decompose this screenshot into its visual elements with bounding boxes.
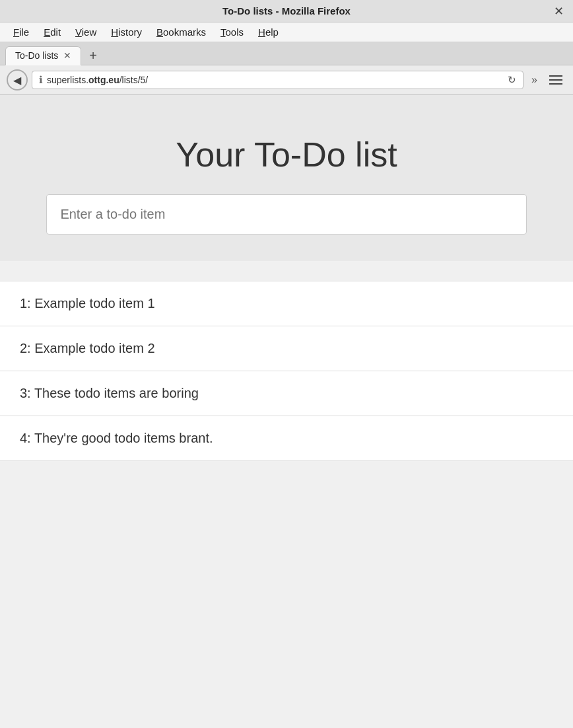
menu-bar-line-3 — [549, 83, 562, 85]
url-text: superlists.ottg.eu/lists/5/ — [47, 75, 504, 85]
back-icon: ◀ — [13, 74, 21, 87]
list-item: 4: They're good todo items brant. — [0, 416, 573, 461]
menu-tools[interactable]: Tools — [214, 25, 250, 39]
menu-bookmarks[interactable]: Bookmarks — [150, 25, 213, 39]
menu-bar-line-2 — [549, 79, 562, 81]
menu-history[interactable]: History — [104, 25, 149, 39]
back-button[interactable]: ◀ — [7, 69, 28, 91]
hero-section: Your To-Do list — [0, 95, 573, 261]
close-button[interactable]: ✕ — [554, 4, 564, 18]
more-tools-icon[interactable]: » — [527, 71, 541, 89]
tab-bar: To-Do lists ✕ + — [0, 42, 573, 65]
menu-view[interactable]: View — [69, 25, 103, 39]
menu-edit[interactable]: Edit — [37, 25, 67, 39]
list-item: 2: Example todo item 2 — [0, 326, 573, 371]
list-item: 1: Example todo item 1 — [0, 281, 573, 326]
tab-label: To-Do lists — [15, 50, 58, 61]
window-title: To-Do lists - Mozilla Firefox — [222, 5, 351, 17]
menu-bar-line-1 — [549, 75, 562, 77]
new-tab-button[interactable]: + — [84, 46, 102, 65]
menu-file[interactable]: File — [7, 25, 36, 39]
todo-list: 1: Example todo item 1 2: Example todo i… — [0, 281, 573, 461]
info-icon: ℹ — [39, 74, 43, 86]
list-item: 3: These todo items are boring — [0, 371, 573, 416]
menu-bar: File Edit View History Bookmarks Tools H… — [0, 22, 573, 42]
title-bar: To-Do lists - Mozilla Firefox ✕ — [0, 0, 573, 22]
menu-help[interactable]: Help — [252, 25, 285, 39]
reload-icon[interactable]: ↻ — [508, 74, 516, 86]
todo-input[interactable] — [46, 194, 526, 235]
page-title: Your To-Do list — [20, 135, 553, 174]
page-content: Your To-Do list 1: Example todo item 1 2… — [0, 95, 573, 461]
tab-todo[interactable]: To-Do lists ✕ — [5, 46, 81, 65]
address-bar: ◀ ℹ superlists.ottg.eu/lists/5/ ↻ » — [0, 65, 573, 95]
url-bar[interactable]: ℹ superlists.ottg.eu/lists/5/ ↻ — [32, 71, 523, 89]
hamburger-menu-button[interactable] — [545, 73, 566, 87]
tab-close-icon[interactable]: ✕ — [63, 50, 71, 61]
